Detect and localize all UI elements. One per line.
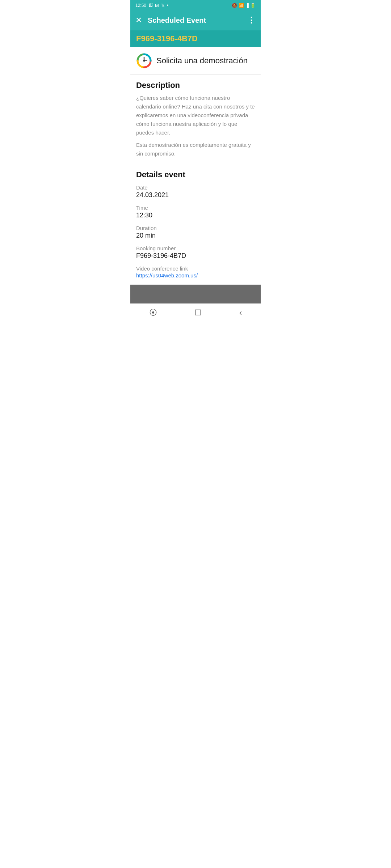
app-logo — [136, 53, 152, 69]
wifi-icon: 📶 — [239, 3, 244, 8]
date-label: Date — [136, 184, 255, 191]
navigation-bar: ⦿ ☐ ‹ — [130, 303, 261, 322]
description-heading: Description — [136, 81, 255, 90]
booking-id-banner: F969-3196-4B7D — [136, 34, 198, 43]
gmail-icon: M — [155, 3, 159, 8]
dot-icon: • — [167, 3, 168, 8]
booking-number-value: F969-3196-4B7D — [136, 252, 255, 260]
detail-duration: Duration 20 min — [136, 225, 255, 239]
event-title: Solicita una demostración — [156, 56, 248, 65]
description-section: Description ¿Quieres saber cómo funciona… — [130, 75, 261, 164]
nav-home-button[interactable]: ☐ — [194, 308, 202, 318]
bottom-overlay — [130, 285, 261, 303]
battery-icon: 🔋 — [250, 3, 256, 8]
event-header: Solicita una demostración — [130, 47, 261, 75]
time-label: Time — [136, 205, 255, 211]
details-heading: Details event — [136, 170, 255, 179]
booking-banner: F969-3196-4B7D — [130, 30, 261, 47]
detail-time: Time 12:30 — [136, 205, 255, 219]
photo-icon: 🖼 — [148, 3, 153, 8]
signal-icon: ▐ — [245, 3, 249, 8]
description-paragraph-1: ¿Quieres saber cómo funciona nuestro cal… — [136, 94, 255, 137]
date-value: 24.03.2021 — [136, 191, 255, 199]
toolbar: ✕ Scheduled Event ⋮ — [130, 10, 261, 30]
more-options-button[interactable]: ⋮ — [247, 16, 256, 25]
booking-number-label: Booking number — [136, 245, 255, 251]
mute-icon: 🔕 — [232, 3, 237, 8]
close-button[interactable]: ✕ — [135, 16, 142, 25]
page-title: Scheduled Event — [148, 16, 241, 25]
video-link-label: Video conference link — [136, 265, 255, 272]
nav-back-button[interactable]: ‹ — [239, 308, 242, 318]
duration-value: 20 min — [136, 232, 255, 239]
detail-booking-number: Booking number F969-3196-4B7D — [136, 245, 255, 260]
status-time: 12:50 — [135, 3, 146, 8]
main-content: Solicita una demostración Description ¿Q… — [130, 47, 261, 303]
twitter-icon: 𝕏 — [161, 3, 165, 8]
description-paragraph-2: Esta demostración es completamente gratu… — [136, 141, 255, 158]
svg-point-3 — [143, 60, 145, 62]
detail-date: Date 24.03.2021 — [136, 184, 255, 199]
status-bar-right: 🔕 📶 ▐ 🔋 — [232, 3, 256, 8]
nav-recent-apps-button[interactable]: ⦿ — [149, 308, 157, 318]
status-bar: 12:50 🖼 M 𝕏 • 🔕 📶 ▐ 🔋 — [130, 0, 261, 10]
video-link[interactable]: https://us04web.zoom.us/ — [136, 272, 198, 278]
status-bar-left: 12:50 🖼 M 𝕏 • — [135, 3, 168, 8]
detail-video-link: Video conference link https://us04web.zo… — [136, 265, 255, 279]
time-value: 12:30 — [136, 212, 255, 219]
duration-label: Duration — [136, 225, 255, 231]
details-section: Details event Date 24.03.2021 Time 12:30… — [130, 164, 261, 279]
